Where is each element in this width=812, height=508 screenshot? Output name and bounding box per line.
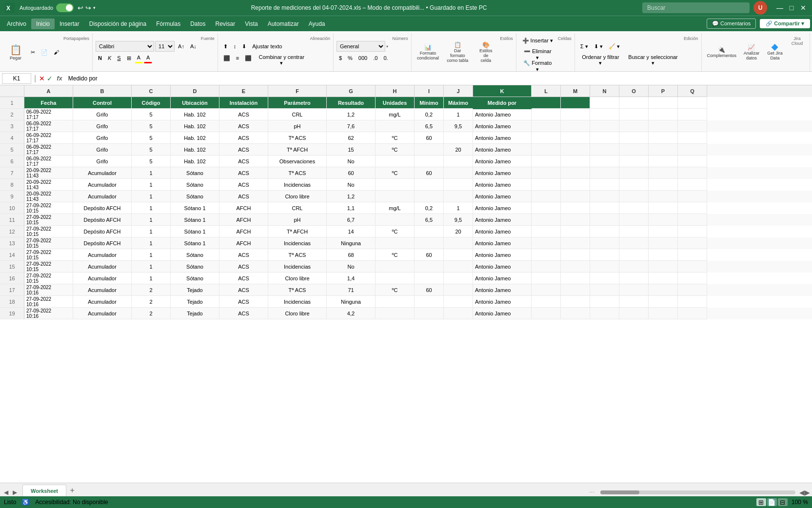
header-parametro[interactable]: Parámetro — [268, 97, 327, 109]
increase-decimal-btn[interactable]: .0 — [371, 53, 380, 63]
header-medido-por[interactable]: Medido por — [473, 97, 532, 109]
col-header-h[interactable]: H — [376, 85, 415, 97]
cell-o-13[interactable] — [619, 237, 649, 249]
cell-minimo-16[interactable] — [415, 273, 444, 284]
sheet-prev-btn[interactable]: ◀ — [2, 488, 10, 496]
comments-button[interactable]: 💬 Comentarios — [707, 19, 756, 29]
cell-m-17[interactable] — [561, 284, 590, 296]
cell-o-16[interactable] — [619, 273, 649, 284]
cell-fecha-9[interactable]: 20-09-202211:43 — [24, 191, 73, 202]
add-sheet-button[interactable]: + — [66, 485, 78, 496]
header-ubicacion[interactable]: Ubicación — [171, 97, 219, 109]
cell-instalacion-9[interactable]: ACS — [219, 191, 268, 202]
align-left-btn[interactable]: ⬛ — [221, 53, 233, 63]
cell-codigo-7[interactable]: 1 — [132, 167, 171, 179]
confirm-formula-icon[interactable]: ✓ — [47, 75, 53, 82]
cell-maximo-13[interactable] — [444, 237, 473, 249]
insert-cells-btn[interactable]: ➕ Insertar ▾ — [519, 35, 556, 46]
cell-q-19[interactable] — [678, 308, 707, 319]
cell-minimo-11[interactable]: 6,5 — [415, 214, 444, 226]
cell-q-18[interactable] — [678, 296, 707, 308]
cell-minimo-19[interactable] — [415, 308, 444, 319]
cell-instalacion-19[interactable]: ACS — [219, 308, 268, 319]
cell-instalacion-11[interactable]: AFCH — [219, 214, 268, 226]
cell-ubicacion-4[interactable]: Hab. 102 — [171, 132, 219, 144]
cell-n-14[interactable] — [590, 249, 619, 261]
share-button[interactable]: 🔗 Compartir ▾ — [760, 19, 810, 28]
cell-unidades-16[interactable] — [376, 273, 415, 284]
cell-unidades-5[interactable]: ºC — [376, 144, 415, 156]
menu-archivo[interactable]: Archivo — [2, 19, 31, 29]
cell-control-7[interactable]: Acumulador — [73, 167, 132, 179]
sheet-options-icon[interactable]: ⋯ — [589, 489, 594, 496]
cell-unidades-17[interactable]: ºC — [376, 284, 415, 296]
header-maximo[interactable]: Máximo — [444, 97, 473, 109]
cell-medido-12[interactable]: Antonio Jameo — [473, 226, 532, 237]
undo-dropdown[interactable]: ▾ — [93, 5, 96, 10]
cell-n-8[interactable] — [590, 179, 619, 191]
cell-codigo-9[interactable]: 1 — [132, 191, 171, 202]
cell-minimo-7[interactable]: 60 — [415, 167, 444, 179]
cell-codigo-17[interactable]: 2 — [132, 284, 171, 296]
cell-maximo-10[interactable]: 1 — [444, 202, 473, 214]
cell-codigo-19[interactable]: 2 — [132, 308, 171, 319]
cell-n-7[interactable] — [590, 167, 619, 179]
format-cells-btn[interactable]: 🔧 Formato ▾ — [519, 59, 556, 69]
cell-m-2[interactable] — [561, 109, 590, 120]
cell-ubicacion-2[interactable]: Hab. 102 — [171, 109, 219, 120]
cell-medido-10[interactable]: Antonio Jameo — [473, 202, 532, 214]
cell-resultado-4[interactable]: 62 — [327, 132, 376, 144]
cell-unidades-19[interactable] — [376, 308, 415, 319]
cell-medido-4[interactable]: Antonio Jameo — [473, 132, 532, 144]
cell-q-8[interactable] — [678, 179, 707, 191]
cell-o-19[interactable] — [619, 308, 649, 319]
cell-control-8[interactable]: Acumulador — [73, 179, 132, 191]
cell-maximo-2[interactable]: 1 — [444, 109, 473, 120]
cell-o-9[interactable] — [619, 191, 649, 202]
col-header-n[interactable]: N — [590, 85, 619, 97]
cell-o-5[interactable] — [619, 144, 649, 156]
header-fecha[interactable]: Fecha — [24, 97, 73, 109]
italic-button[interactable]: K — [105, 53, 114, 63]
menu-automatizar[interactable]: Automatizar — [263, 19, 304, 29]
cell-n-18[interactable] — [590, 296, 619, 308]
cell-unidades-4[interactable]: ºC — [376, 132, 415, 144]
cell-resultado-17[interactable]: 71 — [327, 284, 376, 296]
cell-minimo-4[interactable]: 60 — [415, 132, 444, 144]
cell-n-12[interactable] — [590, 226, 619, 237]
cell-m-7[interactable] — [561, 167, 590, 179]
fill-color-button[interactable]: A — [135, 53, 143, 63]
cell-minimo-8[interactable] — [415, 179, 444, 191]
cancel-formula-icon[interactable]: ✕ — [39, 75, 45, 82]
cell-p-6[interactable] — [649, 156, 678, 167]
cell-parametro-13[interactable]: Incidencias — [268, 237, 327, 249]
cell-codigo-13[interactable]: 1 — [132, 237, 171, 249]
cell-ubicacion-19[interactable]: Tejado — [171, 308, 219, 319]
cell-control-13[interactable]: Depósito AFCH — [73, 237, 132, 249]
cell-p-12[interactable] — [649, 226, 678, 237]
cell-q-12[interactable] — [678, 226, 707, 237]
cell-1-p[interactable] — [649, 97, 678, 109]
close-btn[interactable]: ✕ — [798, 3, 808, 13]
user-avatar[interactable]: U — [753, 1, 767, 15]
cell-ubicacion-3[interactable]: Hab. 102 — [171, 120, 219, 132]
cell-instalacion-6[interactable]: ACS — [219, 156, 268, 167]
cell-fecha-3[interactable]: 06-09-202217:17 — [24, 120, 73, 132]
cell-medido-8[interactable]: Antonio Jameo — [473, 179, 532, 191]
header-minimo[interactable]: Mínimo — [415, 97, 444, 109]
header-m[interactable] — [561, 97, 590, 109]
cell-l-9[interactable] — [532, 191, 561, 202]
cell-o-8[interactable] — [619, 179, 649, 191]
cell-minimo-2[interactable]: 0,2 — [415, 109, 444, 120]
cell-fecha-18[interactable]: 27-09-202210:16 — [24, 296, 73, 308]
cell-m-18[interactable] — [561, 296, 590, 308]
cell-ubicacion-16[interactable]: Sótano — [171, 273, 219, 284]
cell-control-12[interactable]: Depósito AFCH — [73, 226, 132, 237]
cell-m-12[interactable] — [561, 226, 590, 237]
cell-parametro-12[interactable]: Tª AFCH — [268, 226, 327, 237]
cell-instalacion-3[interactable]: ACS — [219, 120, 268, 132]
cell-l-10[interactable] — [532, 202, 561, 214]
cell-codigo-3[interactable]: 5 — [132, 120, 171, 132]
cell-o-17[interactable] — [619, 284, 649, 296]
cell-resultado-15[interactable]: No — [327, 261, 376, 273]
